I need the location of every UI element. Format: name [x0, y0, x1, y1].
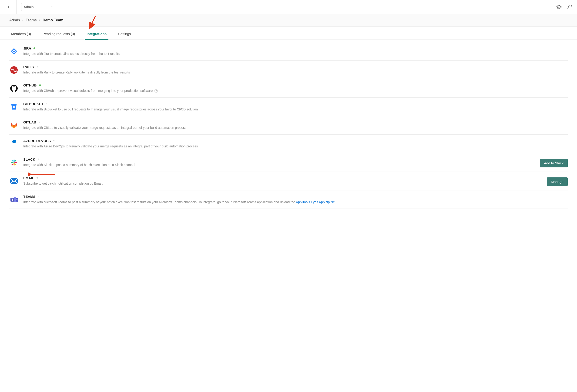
- breadcrumb-separator: /: [39, 18, 40, 22]
- applitools-zip-link[interactable]: Applitools Eyes App zip file: [296, 200, 335, 204]
- university-icon-button[interactable]: [555, 3, 563, 11]
- integration-row-github[interactable]: GITHUB Integrate with GitHub to prevent …: [9, 79, 568, 98]
- svg-rect-12: [13, 163, 15, 165]
- status-dot-inactive: [46, 103, 47, 104]
- integration-row-gitlab[interactable]: GITLAB Integrate with GitLab to visually…: [9, 116, 568, 135]
- integration-description: Integrate with Slack to post a summary o…: [23, 163, 535, 167]
- integration-description: Integrate with GitLab to visually valida…: [23, 126, 568, 130]
- integration-description: Integrate with Jira to create Jira issue…: [23, 52, 568, 56]
- status-dot-inactive: [53, 140, 54, 141]
- status-dot-active: [39, 84, 41, 86]
- graduation-cap-icon: [556, 4, 562, 10]
- email-icon: [9, 176, 19, 186]
- integration-row-teams[interactable]: T TEAMS Integrate with Microsoft Teams t…: [9, 191, 568, 209]
- integration-description: Subscribe to get batch notification comp…: [23, 181, 542, 186]
- integration-title: GITLAB: [23, 120, 36, 124]
- svg-point-21: [16, 198, 18, 199]
- integration-row-azuredevops[interactable]: AZURE DEVOPS Integrate with Azure DevOps…: [9, 135, 568, 153]
- breadcrumb: Admin / Teams / Demo Team: [0, 14, 577, 27]
- breadcrumb-admin[interactable]: Admin: [9, 18, 20, 22]
- integration-title: GITHUB: [23, 83, 37, 87]
- svg-rect-10: [13, 159, 15, 162]
- svg-rect-23: [16, 199, 18, 202]
- svg-text:T: T: [12, 198, 13, 201]
- bitbucket-icon: [9, 102, 19, 112]
- status-dot-inactive: [38, 196, 39, 197]
- help-icon[interactable]: ?: [154, 89, 158, 93]
- jira-icon: [9, 47, 19, 56]
- integration-row-rally[interactable]: RALLY Integrate with Rally to create Ral…: [9, 61, 568, 79]
- azure-devops-icon: [9, 139, 19, 149]
- integration-row-bitbucket[interactable]: BITBUCKET Integrate with Bitbucket to us…: [9, 98, 568, 116]
- svg-rect-11: [11, 162, 13, 163]
- rally-icon: [9, 65, 19, 75]
- integration-row-jira[interactable]: JIRA Integrate with Jira to create Jira …: [9, 42, 568, 61]
- tab-pending-requests[interactable]: Pending requests (0): [41, 29, 77, 40]
- integration-row-slack[interactable]: SLACK Integrate with Slack to post a sum…: [9, 153, 568, 172]
- status-dot-active: [34, 47, 35, 49]
- tabs: Members (3) Pending requests (0) Integra…: [0, 29, 577, 40]
- admin-selector[interactable]: Admin: [21, 3, 56, 11]
- github-icon: [9, 84, 19, 93]
- integration-title: JIRA: [23, 46, 31, 50]
- integration-title: EMAIL: [23, 176, 34, 180]
- status-dot-inactive: [37, 66, 38, 67]
- status-dot-inactive: [39, 122, 40, 123]
- integration-description: Integrate with Azure DevOps to visually …: [23, 144, 568, 149]
- svg-point-16: [15, 163, 17, 165]
- svg-point-14: [12, 160, 13, 161]
- user-list-icon: [567, 4, 572, 10]
- svg-point-17: [12, 163, 13, 165]
- status-dot-inactive: [38, 159, 39, 160]
- integration-description: Integrate with Microsoft Teams to post a…: [23, 200, 568, 205]
- chevron-left-icon: [7, 5, 10, 9]
- status-dot-inactive: [36, 177, 38, 179]
- integration-description: Integrate with GitHub to prevent visual …: [23, 89, 568, 93]
- tab-integrations[interactable]: Integrations: [85, 29, 108, 40]
- admin-selector-value: Admin: [24, 5, 34, 9]
- add-to-slack-button[interactable]: Add to Slack: [540, 159, 568, 167]
- integration-description: Integrate with Rally to create Rally wor…: [23, 70, 568, 75]
- tab-settings[interactable]: Settings: [116, 29, 133, 40]
- breadcrumb-teams[interactable]: Teams: [26, 18, 36, 22]
- topbar: Admin: [0, 0, 577, 14]
- integration-title: RALLY: [23, 65, 35, 69]
- svg-rect-13: [14, 162, 17, 163]
- integration-title: TEAMS: [23, 195, 36, 198]
- manage-button[interactable]: Manage: [547, 177, 568, 186]
- integration-title: AZURE DEVOPS: [23, 139, 51, 143]
- svg-point-0: [568, 5, 569, 6]
- slack-icon: [9, 158, 19, 167]
- svg-point-15: [15, 160, 17, 161]
- breadcrumb-current: Demo Team: [42, 18, 64, 22]
- breadcrumb-separator: /: [22, 18, 23, 22]
- user-list-icon-button[interactable]: [566, 3, 573, 11]
- tab-members[interactable]: Members (3): [9, 29, 33, 40]
- back-button[interactable]: [4, 2, 13, 12]
- chevron-down-icon: [51, 5, 54, 8]
- integration-title: SLACK: [23, 157, 35, 161]
- integration-row-email[interactable]: EMAIL Subscribe to get batch notificatio…: [9, 172, 568, 191]
- gitlab-icon: [9, 121, 19, 130]
- integrations-list: JIRA Integrate with Jira to create Jira …: [9, 40, 568, 216]
- svg-rect-9: [13, 106, 15, 108]
- divider: [16, 0, 17, 14]
- microsoft-teams-icon: T: [9, 195, 19, 204]
- integration-description: Integrate with Bitbucket to use pull req…: [23, 107, 568, 112]
- integration-title: BITBUCKET: [23, 102, 43, 106]
